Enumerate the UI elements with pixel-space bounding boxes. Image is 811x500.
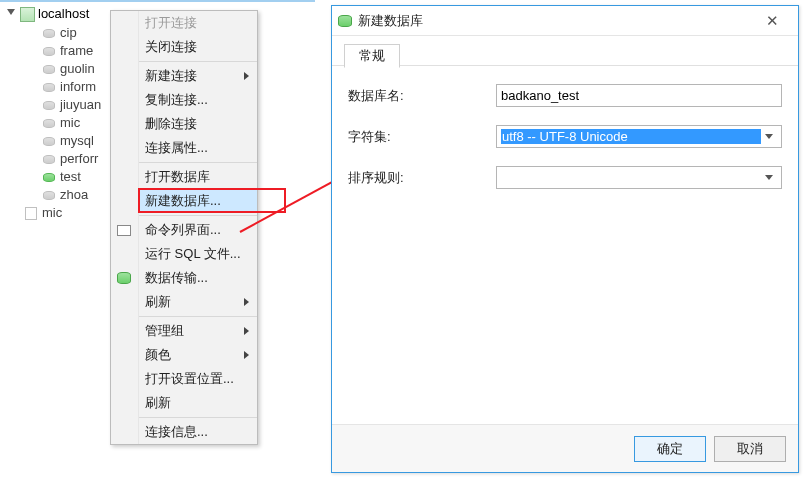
menu-label: 打开设置位置... — [145, 370, 234, 388]
menu-separator — [139, 61, 257, 62]
database-icon — [42, 189, 56, 201]
menu-label: 打开连接 — [145, 14, 197, 32]
dropdown-arrow-icon — [761, 167, 777, 188]
dialog-title: 新建数据库 — [358, 12, 752, 30]
menu-open-database[interactable]: 打开数据库 — [139, 165, 257, 189]
menu-separator — [139, 316, 257, 317]
menu-close-connection[interactable]: 关闭连接 — [139, 35, 257, 59]
menu-data-transfer[interactable]: 数据传输... — [139, 266, 257, 290]
dropdown-arrow-icon — [761, 126, 777, 147]
tree-db-label: frame — [60, 42, 93, 60]
tab-label: 常规 — [359, 47, 385, 65]
dialog-titlebar: 新建数据库 ✕ — [332, 6, 798, 36]
database-icon — [42, 27, 56, 39]
button-label: 确定 — [657, 440, 683, 458]
tree-db-label: zhoa — [60, 186, 88, 204]
menu-open-connection: 打开连接 — [139, 11, 257, 35]
database-icon — [42, 153, 56, 165]
database-name-input[interactable] — [496, 84, 782, 107]
tree-db-label: perforr — [60, 150, 98, 168]
dialog-form: 数据库名: 字符集: utf8 -- UTF-8 Unicode 排序规则: — [332, 66, 798, 225]
tree-db-label: mic — [60, 114, 80, 132]
label-database-name: 数据库名: — [348, 87, 496, 105]
ok-button[interactable]: 确定 — [634, 436, 706, 462]
tree-db-label: inform — [60, 78, 96, 96]
menu-refresh[interactable]: 刷新 — [139, 290, 257, 314]
menu-label: 命令列界面... — [145, 221, 221, 239]
close-icon: ✕ — [766, 12, 779, 30]
menu-label: 关闭连接 — [145, 38, 197, 56]
menu-manage-group[interactable]: 管理组 — [139, 319, 257, 343]
database-icon — [42, 45, 56, 57]
tree-db-label: test — [60, 168, 81, 186]
menu-delete-connection[interactable]: 删除连接 — [139, 112, 257, 136]
menu-label: 复制连接... — [145, 91, 208, 109]
menu-label: 删除连接 — [145, 115, 197, 133]
cancel-button[interactable]: 取消 — [714, 436, 786, 462]
menu-separator — [139, 162, 257, 163]
menu-label: 运行 SQL 文件... — [145, 245, 241, 263]
database-icon — [42, 117, 56, 129]
submenu-arrow-icon — [244, 327, 249, 335]
menu-label: 数据传输... — [145, 269, 208, 287]
tab-general[interactable]: 常规 — [344, 44, 400, 68]
menu-separator — [139, 417, 257, 418]
button-label: 取消 — [737, 440, 763, 458]
row-charset: 字符集: utf8 -- UTF-8 Unicode — [348, 125, 782, 148]
menu-label: 打开数据库 — [145, 168, 210, 186]
menu-color[interactable]: 颜色 — [139, 343, 257, 367]
menu-run-sql-file[interactable]: 运行 SQL 文件... — [139, 242, 257, 266]
menu-label: 连接属性... — [145, 139, 208, 157]
menu-label: 管理组 — [145, 322, 184, 340]
tree-server-label: mic — [42, 204, 62, 222]
database-icon — [42, 99, 56, 111]
new-database-dialog: 新建数据库 ✕ 常规 数据库名: 字符集: utf8 -- UTF-8 Unic… — [331, 5, 799, 473]
charset-select[interactable]: utf8 -- UTF-8 Unicode — [496, 125, 782, 148]
menu-open-settings-location[interactable]: 打开设置位置... — [139, 367, 257, 391]
row-database-name: 数据库名: — [348, 84, 782, 107]
tree-root-label: localhost — [38, 5, 89, 23]
menu-connection-properties[interactable]: 连接属性... — [139, 136, 257, 160]
menu-label: 连接信息... — [145, 423, 208, 441]
menu-new-connection[interactable]: 新建连接 — [139, 64, 257, 88]
context-menu: 打开连接 关闭连接 新建连接 复制连接... 删除连接 连接属性... 打开数据… — [110, 10, 258, 445]
tree-db-label: guolin — [60, 60, 95, 78]
database-icon — [42, 63, 56, 75]
label-collation: 排序规则: — [348, 169, 496, 187]
cli-icon — [117, 223, 131, 237]
menu-command-line[interactable]: 命令列界面... — [139, 218, 257, 242]
menu-label: 刷新 — [145, 394, 171, 412]
data-transfer-icon — [117, 271, 131, 285]
menu-duplicate-connection[interactable]: 复制连接... — [139, 88, 257, 112]
menu-connection-info[interactable]: 连接信息... — [139, 420, 257, 444]
submenu-arrow-icon — [244, 298, 249, 306]
row-collation: 排序规则: — [348, 166, 782, 189]
submenu-arrow-icon — [244, 72, 249, 80]
menu-label: 新建连接 — [145, 67, 197, 85]
database-icon — [42, 81, 56, 93]
tree-db-label: mysql — [60, 132, 94, 150]
menu-new-database[interactable]: 新建数据库... — [139, 189, 257, 213]
collapse-toggle-icon[interactable] — [6, 9, 16, 19]
menu-label: 颜色 — [145, 346, 171, 364]
menu-label: 刷新 — [145, 293, 171, 311]
server-disconnected-icon — [24, 206, 38, 220]
submenu-arrow-icon — [244, 351, 249, 359]
database-icon — [338, 14, 352, 28]
menu-label: 新建数据库... — [145, 192, 221, 210]
charset-value: utf8 -- UTF-8 Unicode — [501, 129, 761, 144]
database-open-icon — [42, 171, 56, 183]
tree-db-label: jiuyuan — [60, 96, 101, 114]
database-icon — [42, 135, 56, 147]
dialog-tabstrip: 常规 — [332, 36, 798, 66]
server-icon — [20, 7, 34, 21]
menu-separator — [139, 215, 257, 216]
collation-select[interactable] — [496, 166, 782, 189]
tree-db-label: cip — [60, 24, 77, 42]
close-button[interactable]: ✕ — [752, 10, 792, 32]
label-charset: 字符集: — [348, 128, 496, 146]
dialog-footer: 确定 取消 — [332, 424, 798, 472]
menu-refresh-2[interactable]: 刷新 — [139, 391, 257, 415]
